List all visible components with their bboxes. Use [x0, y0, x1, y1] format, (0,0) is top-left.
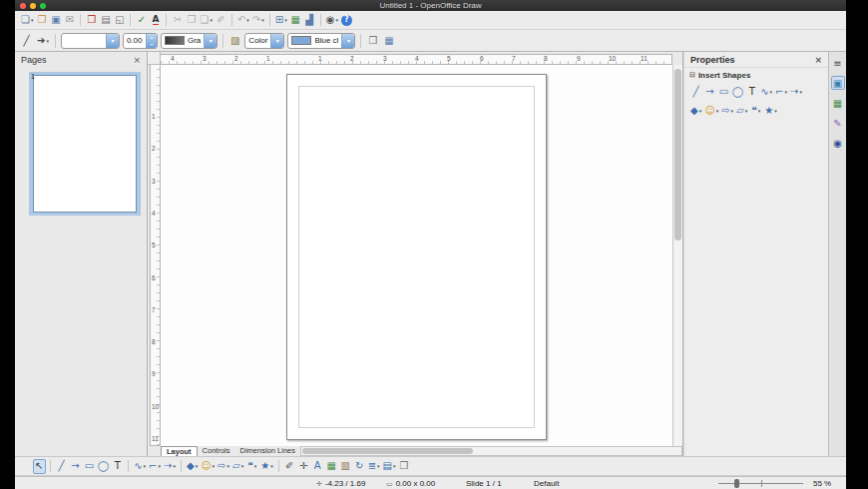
gallery-tab-icon[interactable]: ▦	[831, 96, 845, 110]
edit-points-icon[interactable]: ✐	[283, 459, 296, 474]
glue-points-icon[interactable]: ✛	[297, 459, 310, 474]
dropdown-arrow-icon[interactable]: ▾	[173, 463, 176, 469]
shadow-icon[interactable]: ❒	[366, 33, 379, 48]
document-page[interactable]	[286, 74, 547, 440]
line-dialog-icon[interactable]: ╱	[20, 33, 33, 48]
properties-tab-icon[interactable]: ▣	[831, 76, 845, 90]
arrow-style-icon[interactable]: ➔ ▾	[36, 33, 50, 48]
text-icon[interactable]: T	[111, 459, 124, 474]
print-button[interactable]: ▤	[99, 13, 112, 28]
document-as-email-button[interactable]: ✉	[63, 13, 76, 28]
callouts-icon[interactable]: ❝ ▾	[245, 459, 258, 474]
area-style-dropdown-button[interactable]: ▾	[270, 34, 283, 48]
drawing-viewport[interactable]	[161, 65, 672, 446]
new-document-button[interactable]: ❏ ▾	[20, 13, 34, 28]
insert-connector-icon[interactable]: ⌐ ▾	[774, 84, 788, 99]
dropdown-arrow-icon[interactable]: ▾	[785, 89, 788, 95]
line-style-select[interactable]: ▾	[61, 33, 120, 49]
dropdown-arrow-icon[interactable]: ▾	[799, 89, 802, 95]
dropdown-arrow-icon[interactable]: ▾	[770, 89, 773, 95]
spin-down-icon[interactable]: ▾	[147, 41, 157, 48]
insert-shapes-section-header[interactable]: ⊟ Insert Shapes	[684, 68, 828, 82]
cut-button[interactable]: ✂	[171, 13, 184, 28]
from-file-icon[interactable]: ▦	[325, 459, 338, 474]
chart-button[interactable]: ▟	[303, 13, 316, 28]
undo-button[interactable]: ↶ ▾	[236, 13, 250, 28]
symbol-shapes-icon[interactable]: ☺ ▾	[703, 103, 719, 118]
tab-dimension-lines[interactable]: Dimension Lines	[235, 446, 300, 456]
arrange-icon[interactable]: ▤ ▾	[382, 459, 397, 474]
dropdown-arrow-icon[interactable]: ▾	[159, 463, 162, 469]
dropdown-arrow-icon[interactable]: ▾	[284, 17, 287, 23]
open-button[interactable]: ❐	[35, 13, 48, 28]
autospellcheck-button[interactable]: A	[149, 13, 162, 28]
styles-tab-icon[interactable]: ✎	[831, 116, 845, 130]
tab-layout[interactable]: Layout	[161, 446, 198, 456]
dropdown-arrow-icon[interactable]: ▾	[31, 17, 34, 23]
fontwork-icon[interactable]: A	[311, 459, 324, 474]
area-color-select[interactable]: Blue cl ▾	[287, 33, 355, 49]
dropdown-arrow-icon[interactable]: ▾	[758, 108, 761, 114]
dropdown-arrow-icon[interactable]: ▾	[241, 463, 244, 469]
lines-arrows-icon[interactable]: ⇢ ▾	[163, 459, 177, 474]
page-style-indicator[interactable]: Default	[534, 477, 559, 489]
dropdown-arrow-icon[interactable]: ▾	[261, 17, 264, 23]
dropdown-arrow-icon[interactable]: ▾	[393, 463, 396, 469]
close-pages-panel-icon[interactable]: ×	[133, 55, 141, 65]
collapse-section-icon[interactable]: ⊟	[689, 71, 695, 79]
paste-button[interactable]: ❑ ▾	[199, 13, 213, 28]
sidebar-settings-icon[interactable]: ≡	[831, 56, 845, 70]
insert-arrow-icon[interactable]: →	[703, 84, 716, 99]
zoom-slider[interactable]	[718, 477, 803, 489]
rotate-icon[interactable]: ↻	[353, 459, 366, 474]
line-width-input[interactable]: 0.00 ▴ ▾	[123, 33, 158, 49]
connector-icon[interactable]: ⌐ ▾	[148, 459, 162, 474]
line-style-dropdown-button[interactable]: ▾	[106, 34, 119, 48]
line-width-stepper[interactable]: ▴ ▾	[146, 34, 157, 48]
page-preview-button[interactable]: ◱	[113, 13, 126, 28]
insert-image-button[interactable]: ▦	[289, 13, 302, 28]
basic-shapes-icon[interactable]: ◆ ▾	[186, 459, 199, 474]
insert-text-icon[interactable]: T	[745, 84, 758, 99]
align-icon[interactable]: ≣ ▾	[367, 459, 381, 474]
page-thumbnail[interactable]	[33, 75, 137, 213]
dropdown-arrow-icon[interactable]: ▾	[699, 108, 702, 114]
line-color-select[interactable]: Gra ▾	[161, 33, 217, 49]
zoom-button[interactable]: ◉ ▾	[325, 13, 339, 28]
spin-up-icon[interactable]: ▴	[147, 34, 157, 41]
arrow-icon[interactable]: →	[69, 459, 82, 474]
dropdown-arrow-icon[interactable]: ▾	[377, 463, 380, 469]
dropdown-arrow-icon[interactable]: ▾	[270, 463, 273, 469]
dropdown-arrow-icon[interactable]: ▾	[774, 108, 777, 114]
dropdown-arrow-icon[interactable]: ▾	[210, 17, 213, 23]
vertical-scrollbar[interactable]	[672, 65, 682, 446]
help-button[interactable]: ?	[340, 13, 353, 28]
curve-icon[interactable]: ∿ ▾	[133, 459, 147, 474]
area-style-select[interactable]: Color ▾	[244, 33, 284, 49]
callouts-icon[interactable]: ❝ ▾	[749, 103, 762, 118]
symbol-shapes-icon[interactable]: ☺ ▾	[200, 459, 216, 474]
dropdown-arrow-icon[interactable]: ▾	[226, 463, 229, 469]
block-arrows-icon[interactable]: ⇨ ▾	[720, 103, 734, 118]
spelling-button[interactable]: ✓	[135, 13, 148, 28]
table-button[interactable]: ⊞ ▾	[274, 13, 288, 28]
dropdown-arrow-icon[interactable]: ▾	[254, 463, 257, 469]
dropdown-arrow-icon[interactable]: ▾	[46, 38, 49, 44]
dropdown-arrow-icon[interactable]: ▾	[731, 108, 734, 114]
export-pdf-button[interactable]: ❒	[85, 13, 98, 28]
dropdown-arrow-icon[interactable]: ▾	[335, 17, 338, 23]
vertical-scrollbar-thumb[interactable]	[674, 69, 681, 241]
area-dialog-icon[interactable]: ▨	[228, 33, 241, 48]
dropdown-arrow-icon[interactable]: ▾	[213, 463, 216, 469]
stars-icon[interactable]: ★ ▾	[763, 103, 777, 118]
line-icon[interactable]: ╱	[55, 459, 68, 474]
area-color-dropdown-button[interactable]: ▾	[341, 34, 354, 48]
flowchart-icon[interactable]: ▱ ▾	[735, 103, 748, 118]
format-paintbrush-button[interactable]: ✐	[215, 13, 227, 28]
dropdown-arrow-icon[interactable]: ▾	[246, 17, 249, 23]
dropdown-arrow-icon[interactable]: ▾	[716, 108, 719, 114]
navigator-tab-icon[interactable]: ◉	[831, 136, 845, 150]
flowchart-icon[interactable]: ▱ ▾	[231, 459, 244, 474]
zoom-slider-thumb[interactable]	[734, 479, 739, 488]
dropdown-arrow-icon[interactable]: ▾	[196, 463, 199, 469]
